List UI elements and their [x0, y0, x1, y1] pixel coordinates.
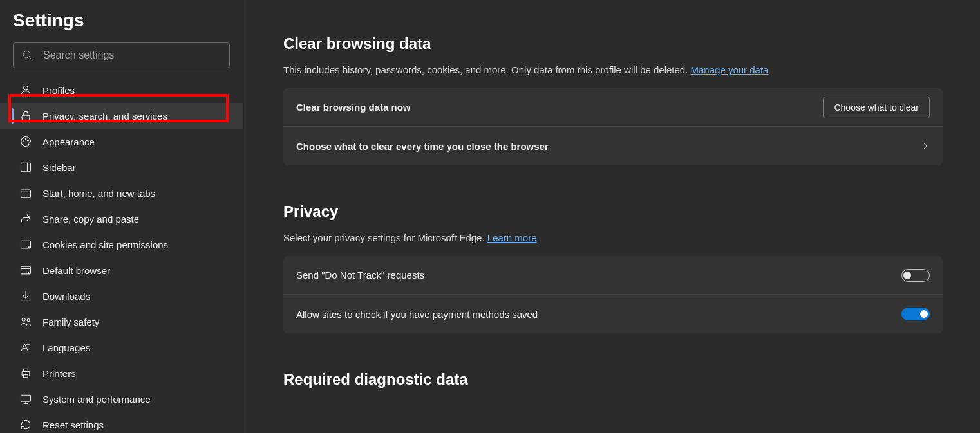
privacy-panel: Send "Do Not Track" requests Allow sites… — [283, 256, 943, 333]
chevron-right-icon — [921, 142, 930, 151]
svg-point-0 — [23, 51, 30, 58]
printer-icon — [19, 367, 32, 380]
sidebar-item-label: System and performance — [42, 394, 151, 405]
settings-sidebar: Settings Profiles Privacy, search, and s… — [0, 0, 243, 433]
tabs-icon — [19, 187, 32, 199]
sidebar-item-label: Share, copy and paste — [42, 214, 139, 225]
appearance-icon — [19, 135, 32, 148]
sidebar-item-label: Printers — [42, 368, 76, 379]
share-icon — [19, 212, 32, 225]
reset-icon — [19, 418, 32, 431]
sidebar-item-label: Reset settings — [42, 419, 104, 430]
row-label-payment: Allow sites to check if you have payment… — [296, 309, 538, 320]
section-title-privacy: Privacy — [283, 203, 943, 221]
sidebar-item-downloads[interactable]: Downloads — [0, 283, 243, 309]
section-clear-browsing-data: Clear browsing data This includes histor… — [283, 35, 943, 165]
sidebar-item-label: Start, home, and new tabs — [42, 188, 155, 199]
svg-point-18 — [27, 318, 30, 321]
privacy-learn-more-link[interactable]: Learn more — [487, 232, 537, 243]
row-label-dnt: Send "Do Not Track" requests — [296, 270, 424, 281]
sidebar-item-label: Default browser — [42, 265, 110, 276]
sidebar-item-appearance[interactable]: Appearance — [0, 129, 243, 154]
svg-rect-20 — [24, 369, 28, 371]
svg-point-4 — [23, 140, 24, 142]
clear-browsing-panel: Clear browsing data now Choose what to c… — [283, 88, 943, 165]
svg-rect-7 — [21, 163, 31, 171]
svg-line-1 — [30, 57, 32, 60]
sidebar-item-label: Family safety — [42, 317, 99, 327]
svg-point-2 — [24, 86, 28, 90]
sidebar-item-profiles[interactable]: Profiles — [0, 77, 243, 103]
clear-browsing-desc: This includes history, passwords, cookie… — [283, 64, 943, 75]
browser-icon — [19, 264, 32, 277]
system-icon — [19, 392, 32, 405]
svg-point-5 — [25, 138, 26, 140]
svg-rect-19 — [22, 372, 30, 376]
sidebar-item-label: Appearance — [42, 136, 95, 147]
row-dnt: Send "Do Not Track" requests — [283, 256, 943, 295]
settings-content: Clear browsing data This includes histor… — [243, 0, 980, 433]
sidebar-item-sidebar[interactable]: Sidebar — [0, 154, 243, 180]
sidebar-item-label: Languages — [42, 342, 90, 353]
sidebar-item-languages[interactable]: Languages — [0, 335, 243, 360]
cookies-icon — [19, 238, 32, 251]
sidebar-item-share[interactable]: Share, copy and paste — [0, 206, 243, 232]
family-icon — [19, 315, 32, 328]
svg-point-6 — [28, 140, 29, 142]
settings-title: Settings — [0, 6, 243, 42]
settings-nav: Profiles Privacy, search, and services A… — [0, 77, 243, 433]
row-clear-now: Clear browsing data now Choose what to c… — [283, 88, 943, 127]
svg-point-17 — [22, 318, 25, 321]
lock-icon — [19, 109, 32, 122]
row-payment-methods: Allow sites to check if you have payment… — [283, 295, 943, 333]
sidebar-item-printers[interactable]: Printers — [0, 360, 243, 386]
section-title-clear-browsing: Clear browsing data — [283, 35, 943, 53]
choose-what-to-clear-button[interactable]: Choose what to clear — [823, 97, 930, 118]
section-privacy: Privacy Select your privacy settings for… — [283, 203, 943, 333]
search-wrapper — [13, 42, 230, 68]
svg-rect-3 — [22, 115, 30, 120]
sidebar-item-start[interactable]: Start, home, and new tabs — [0, 180, 243, 206]
sidebar-item-label: Downloads — [42, 291, 90, 302]
section-title-diagnostic: Required diagnostic data — [283, 371, 943, 389]
manage-your-data-link[interactable]: Manage your data — [691, 64, 769, 75]
row-label-clear-now: Clear browsing data now — [296, 102, 411, 113]
svg-rect-22 — [21, 395, 31, 401]
sidebar-item-label: Cookies and site permissions — [42, 239, 168, 250]
sidebar-panel-icon — [19, 161, 32, 174]
sidebar-item-label: Profiles — [42, 85, 75, 96]
sidebar-item-label: Sidebar — [42, 162, 76, 173]
privacy-desc: Select your privacy settings for Microso… — [283, 232, 943, 243]
sidebar-item-privacy[interactable]: Privacy, search, and services — [0, 103, 243, 129]
sidebar-item-default-browser[interactable]: Default browser — [0, 257, 243, 283]
search-icon — [22, 50, 33, 61]
clear-browsing-desc-text: This includes history, passwords, cookie… — [283, 64, 691, 75]
search-input[interactable] — [13, 42, 230, 68]
svg-rect-14 — [21, 266, 31, 274]
sidebar-item-label: Privacy, search, and services — [42, 111, 167, 122]
profile-icon — [19, 84, 32, 97]
sidebar-item-reset[interactable]: Reset settings — [0, 412, 243, 433]
svg-point-16 — [28, 272, 30, 274]
sidebar-item-cookies[interactable]: Cookies and site permissions — [0, 232, 243, 257]
download-icon — [19, 290, 32, 302]
privacy-desc-text: Select your privacy settings for Microso… — [283, 232, 487, 243]
sidebar-item-family[interactable]: Family safety — [0, 309, 243, 335]
section-diagnostic: Required diagnostic data — [283, 371, 943, 389]
toggle-payment-methods[interactable] — [901, 308, 930, 320]
toggle-dnt[interactable] — [901, 269, 930, 282]
row-label-clear-on-close: Choose what to clear every time you clos… — [296, 141, 549, 152]
sidebar-item-system[interactable]: System and performance — [0, 386, 243, 412]
svg-rect-9 — [21, 190, 31, 198]
languages-icon — [19, 341, 32, 354]
row-clear-on-close[interactable]: Choose what to clear every time you clos… — [283, 127, 943, 165]
